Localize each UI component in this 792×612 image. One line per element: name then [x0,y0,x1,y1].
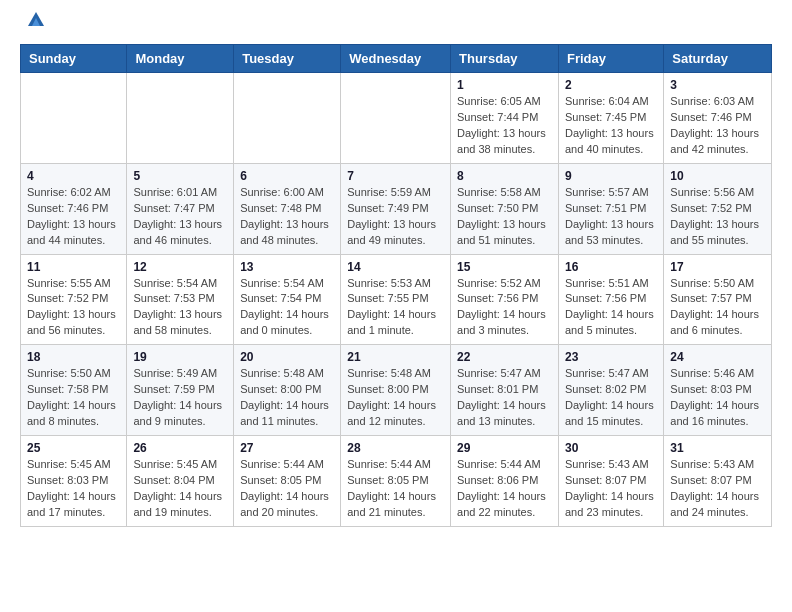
calendar-cell: 24Sunrise: 5:46 AM Sunset: 8:03 PM Dayli… [664,345,772,436]
day-number: 18 [27,350,120,364]
calendar-cell: 5Sunrise: 6:01 AM Sunset: 7:47 PM Daylig… [127,163,234,254]
day-info: Sunrise: 5:52 AM Sunset: 7:56 PM Dayligh… [457,276,552,340]
calendar-cell: 29Sunrise: 5:44 AM Sunset: 8:06 PM Dayli… [451,436,559,527]
day-number: 24 [670,350,765,364]
day-number: 8 [457,169,552,183]
calendar-week-row: 11Sunrise: 5:55 AM Sunset: 7:52 PM Dayli… [21,254,772,345]
day-number: 9 [565,169,657,183]
calendar-cell: 30Sunrise: 5:43 AM Sunset: 8:07 PM Dayli… [558,436,663,527]
column-header-friday: Friday [558,45,663,73]
day-info: Sunrise: 5:58 AM Sunset: 7:50 PM Dayligh… [457,185,552,249]
calendar-cell: 22Sunrise: 5:47 AM Sunset: 8:01 PM Dayli… [451,345,559,436]
calendar-cell: 4Sunrise: 6:02 AM Sunset: 7:46 PM Daylig… [21,163,127,254]
day-number: 2 [565,78,657,92]
day-info: Sunrise: 6:04 AM Sunset: 7:45 PM Dayligh… [565,94,657,158]
day-info: Sunrise: 5:45 AM Sunset: 8:03 PM Dayligh… [27,457,120,521]
calendar-cell: 12Sunrise: 5:54 AM Sunset: 7:53 PM Dayli… [127,254,234,345]
day-info: Sunrise: 5:54 AM Sunset: 7:54 PM Dayligh… [240,276,334,340]
calendar-cell: 25Sunrise: 5:45 AM Sunset: 8:03 PM Dayli… [21,436,127,527]
day-info: Sunrise: 5:55 AM Sunset: 7:52 PM Dayligh… [27,276,120,340]
day-info: Sunrise: 5:43 AM Sunset: 8:07 PM Dayligh… [565,457,657,521]
day-number: 7 [347,169,444,183]
calendar-cell: 1Sunrise: 6:05 AM Sunset: 7:44 PM Daylig… [451,73,559,164]
calendar-week-row: 25Sunrise: 5:45 AM Sunset: 8:03 PM Dayli… [21,436,772,527]
calendar-cell [21,73,127,164]
day-number: 23 [565,350,657,364]
day-number: 31 [670,441,765,455]
calendar-cell: 26Sunrise: 5:45 AM Sunset: 8:04 PM Dayli… [127,436,234,527]
calendar-week-row: 1Sunrise: 6:05 AM Sunset: 7:44 PM Daylig… [21,73,772,164]
day-number: 10 [670,169,765,183]
day-number: 29 [457,441,552,455]
calendar-header-row: SundayMondayTuesdayWednesdayThursdayFrid… [21,45,772,73]
day-number: 11 [27,260,120,274]
day-info: Sunrise: 5:48 AM Sunset: 8:00 PM Dayligh… [347,366,444,430]
calendar-cell: 20Sunrise: 5:48 AM Sunset: 8:00 PM Dayli… [234,345,341,436]
day-number: 1 [457,78,552,92]
day-number: 14 [347,260,444,274]
day-number: 21 [347,350,444,364]
day-info: Sunrise: 5:57 AM Sunset: 7:51 PM Dayligh… [565,185,657,249]
calendar-cell: 27Sunrise: 5:44 AM Sunset: 8:05 PM Dayli… [234,436,341,527]
logo [20,16,48,32]
day-info: Sunrise: 5:44 AM Sunset: 8:05 PM Dayligh… [240,457,334,521]
calendar-cell: 28Sunrise: 5:44 AM Sunset: 8:05 PM Dayli… [341,436,451,527]
column-header-wednesday: Wednesday [341,45,451,73]
calendar-cell: 31Sunrise: 5:43 AM Sunset: 8:07 PM Dayli… [664,436,772,527]
calendar-cell [234,73,341,164]
page-header [20,16,772,32]
day-info: Sunrise: 5:53 AM Sunset: 7:55 PM Dayligh… [347,276,444,340]
day-info: Sunrise: 5:59 AM Sunset: 7:49 PM Dayligh… [347,185,444,249]
column-header-monday: Monday [127,45,234,73]
calendar-cell: 23Sunrise: 5:47 AM Sunset: 8:02 PM Dayli… [558,345,663,436]
day-number: 6 [240,169,334,183]
day-info: Sunrise: 5:46 AM Sunset: 8:03 PM Dayligh… [670,366,765,430]
day-info: Sunrise: 5:50 AM Sunset: 7:58 PM Dayligh… [27,366,120,430]
day-info: Sunrise: 5:47 AM Sunset: 8:02 PM Dayligh… [565,366,657,430]
day-number: 30 [565,441,657,455]
day-number: 26 [133,441,227,455]
day-info: Sunrise: 5:44 AM Sunset: 8:06 PM Dayligh… [457,457,552,521]
calendar-cell: 17Sunrise: 5:50 AM Sunset: 7:57 PM Dayli… [664,254,772,345]
calendar-cell: 10Sunrise: 5:56 AM Sunset: 7:52 PM Dayli… [664,163,772,254]
calendar-week-row: 4Sunrise: 6:02 AM Sunset: 7:46 PM Daylig… [21,163,772,254]
calendar-cell: 18Sunrise: 5:50 AM Sunset: 7:58 PM Dayli… [21,345,127,436]
day-number: 15 [457,260,552,274]
day-number: 28 [347,441,444,455]
day-number: 16 [565,260,657,274]
day-number: 20 [240,350,334,364]
day-info: Sunrise: 6:01 AM Sunset: 7:47 PM Dayligh… [133,185,227,249]
logo-icon [24,8,48,32]
day-number: 22 [457,350,552,364]
calendar-cell: 9Sunrise: 5:57 AM Sunset: 7:51 PM Daylig… [558,163,663,254]
calendar-cell: 2Sunrise: 6:04 AM Sunset: 7:45 PM Daylig… [558,73,663,164]
day-info: Sunrise: 6:05 AM Sunset: 7:44 PM Dayligh… [457,94,552,158]
column-header-thursday: Thursday [451,45,559,73]
calendar-cell: 8Sunrise: 5:58 AM Sunset: 7:50 PM Daylig… [451,163,559,254]
calendar-cell [127,73,234,164]
calendar-table: SundayMondayTuesdayWednesdayThursdayFrid… [20,44,772,527]
day-number: 27 [240,441,334,455]
calendar-cell: 7Sunrise: 5:59 AM Sunset: 7:49 PM Daylig… [341,163,451,254]
day-number: 3 [670,78,765,92]
calendar-cell: 6Sunrise: 6:00 AM Sunset: 7:48 PM Daylig… [234,163,341,254]
day-number: 5 [133,169,227,183]
calendar-cell: 21Sunrise: 5:48 AM Sunset: 8:00 PM Dayli… [341,345,451,436]
day-info: Sunrise: 6:00 AM Sunset: 7:48 PM Dayligh… [240,185,334,249]
calendar-cell: 14Sunrise: 5:53 AM Sunset: 7:55 PM Dayli… [341,254,451,345]
calendar-cell: 15Sunrise: 5:52 AM Sunset: 7:56 PM Dayli… [451,254,559,345]
day-info: Sunrise: 5:44 AM Sunset: 8:05 PM Dayligh… [347,457,444,521]
calendar-cell: 3Sunrise: 6:03 AM Sunset: 7:46 PM Daylig… [664,73,772,164]
calendar-week-row: 18Sunrise: 5:50 AM Sunset: 7:58 PM Dayli… [21,345,772,436]
column-header-sunday: Sunday [21,45,127,73]
day-info: Sunrise: 5:56 AM Sunset: 7:52 PM Dayligh… [670,185,765,249]
day-info: Sunrise: 5:50 AM Sunset: 7:57 PM Dayligh… [670,276,765,340]
day-info: Sunrise: 5:48 AM Sunset: 8:00 PM Dayligh… [240,366,334,430]
day-number: 19 [133,350,227,364]
day-info: Sunrise: 6:03 AM Sunset: 7:46 PM Dayligh… [670,94,765,158]
calendar-cell: 13Sunrise: 5:54 AM Sunset: 7:54 PM Dayli… [234,254,341,345]
day-number: 4 [27,169,120,183]
day-info: Sunrise: 5:51 AM Sunset: 7:56 PM Dayligh… [565,276,657,340]
day-info: Sunrise: 5:54 AM Sunset: 7:53 PM Dayligh… [133,276,227,340]
day-number: 25 [27,441,120,455]
